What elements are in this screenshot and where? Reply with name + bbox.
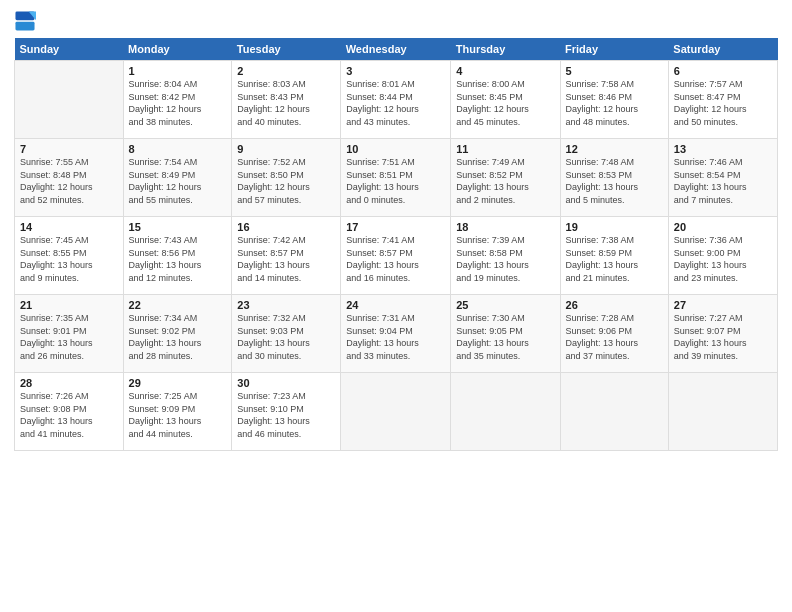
logo-icon xyxy=(14,10,36,32)
calendar-cell: 2Sunrise: 8:03 AMSunset: 8:43 PMDaylight… xyxy=(232,61,341,139)
day-info: Sunrise: 7:48 AMSunset: 8:53 PMDaylight:… xyxy=(566,156,663,206)
day-info: Sunrise: 7:27 AMSunset: 9:07 PMDaylight:… xyxy=(674,312,772,362)
day-info: Sunrise: 7:49 AMSunset: 8:52 PMDaylight:… xyxy=(456,156,554,206)
day-info: Sunrise: 8:04 AMSunset: 8:42 PMDaylight:… xyxy=(129,78,227,128)
calendar-cell: 4Sunrise: 8:00 AMSunset: 8:45 PMDaylight… xyxy=(451,61,560,139)
day-number: 13 xyxy=(674,143,772,155)
day-info: Sunrise: 7:38 AMSunset: 8:59 PMDaylight:… xyxy=(566,234,663,284)
calendar-cell xyxy=(668,373,777,451)
day-number: 29 xyxy=(129,377,227,389)
day-number: 10 xyxy=(346,143,445,155)
calendar-cell: 24Sunrise: 7:31 AMSunset: 9:04 PMDayligh… xyxy=(341,295,451,373)
day-info: Sunrise: 7:25 AMSunset: 9:09 PMDaylight:… xyxy=(129,390,227,440)
calendar-body: 1Sunrise: 8:04 AMSunset: 8:42 PMDaylight… xyxy=(15,61,778,451)
calendar-cell xyxy=(15,61,124,139)
calendar-cell: 6Sunrise: 7:57 AMSunset: 8:47 PMDaylight… xyxy=(668,61,777,139)
day-info: Sunrise: 7:42 AMSunset: 8:57 PMDaylight:… xyxy=(237,234,335,284)
day-number: 16 xyxy=(237,221,335,233)
day-number: 19 xyxy=(566,221,663,233)
svg-rect-1 xyxy=(15,22,34,31)
calendar-week-4: 21Sunrise: 7:35 AMSunset: 9:01 PMDayligh… xyxy=(15,295,778,373)
day-number: 17 xyxy=(346,221,445,233)
calendar-cell: 8Sunrise: 7:54 AMSunset: 8:49 PMDaylight… xyxy=(123,139,232,217)
calendar-cell: 10Sunrise: 7:51 AMSunset: 8:51 PMDayligh… xyxy=(341,139,451,217)
calendar-cell: 16Sunrise: 7:42 AMSunset: 8:57 PMDayligh… xyxy=(232,217,341,295)
day-number: 12 xyxy=(566,143,663,155)
day-info: Sunrise: 7:46 AMSunset: 8:54 PMDaylight:… xyxy=(674,156,772,206)
day-info: Sunrise: 8:00 AMSunset: 8:45 PMDaylight:… xyxy=(456,78,554,128)
day-number: 27 xyxy=(674,299,772,311)
day-number: 3 xyxy=(346,65,445,77)
day-number: 7 xyxy=(20,143,118,155)
day-info: Sunrise: 7:34 AMSunset: 9:02 PMDaylight:… xyxy=(129,312,227,362)
day-info: Sunrise: 7:41 AMSunset: 8:57 PMDaylight:… xyxy=(346,234,445,284)
calendar-cell: 26Sunrise: 7:28 AMSunset: 9:06 PMDayligh… xyxy=(560,295,668,373)
day-number: 30 xyxy=(237,377,335,389)
day-info: Sunrise: 7:45 AMSunset: 8:55 PMDaylight:… xyxy=(20,234,118,284)
calendar-cell xyxy=(451,373,560,451)
day-number: 26 xyxy=(566,299,663,311)
weekday-header-row: SundayMondayTuesdayWednesdayThursdayFrid… xyxy=(15,38,778,61)
calendar-cell: 9Sunrise: 7:52 AMSunset: 8:50 PMDaylight… xyxy=(232,139,341,217)
calendar-cell xyxy=(341,373,451,451)
calendar-cell: 15Sunrise: 7:43 AMSunset: 8:56 PMDayligh… xyxy=(123,217,232,295)
calendar-cell: 19Sunrise: 7:38 AMSunset: 8:59 PMDayligh… xyxy=(560,217,668,295)
day-number: 28 xyxy=(20,377,118,389)
day-number: 20 xyxy=(674,221,772,233)
day-info: Sunrise: 7:55 AMSunset: 8:48 PMDaylight:… xyxy=(20,156,118,206)
day-info: Sunrise: 7:36 AMSunset: 9:00 PMDaylight:… xyxy=(674,234,772,284)
day-number: 18 xyxy=(456,221,554,233)
calendar-cell: 29Sunrise: 7:25 AMSunset: 9:09 PMDayligh… xyxy=(123,373,232,451)
logo xyxy=(14,10,38,32)
day-number: 8 xyxy=(129,143,227,155)
day-number: 2 xyxy=(237,65,335,77)
calendar-cell xyxy=(560,373,668,451)
calendar-cell: 3Sunrise: 8:01 AMSunset: 8:44 PMDaylight… xyxy=(341,61,451,139)
day-info: Sunrise: 7:31 AMSunset: 9:04 PMDaylight:… xyxy=(346,312,445,362)
weekday-header-friday: Friday xyxy=(560,38,668,61)
calendar-cell: 1Sunrise: 8:04 AMSunset: 8:42 PMDaylight… xyxy=(123,61,232,139)
day-info: Sunrise: 7:30 AMSunset: 9:05 PMDaylight:… xyxy=(456,312,554,362)
day-info: Sunrise: 7:26 AMSunset: 9:08 PMDaylight:… xyxy=(20,390,118,440)
day-number: 25 xyxy=(456,299,554,311)
day-number: 21 xyxy=(20,299,118,311)
day-info: Sunrise: 7:39 AMSunset: 8:58 PMDaylight:… xyxy=(456,234,554,284)
day-number: 24 xyxy=(346,299,445,311)
calendar-cell: 18Sunrise: 7:39 AMSunset: 8:58 PMDayligh… xyxy=(451,217,560,295)
calendar-week-5: 28Sunrise: 7:26 AMSunset: 9:08 PMDayligh… xyxy=(15,373,778,451)
calendar-week-1: 1Sunrise: 8:04 AMSunset: 8:42 PMDaylight… xyxy=(15,61,778,139)
day-info: Sunrise: 7:43 AMSunset: 8:56 PMDaylight:… xyxy=(129,234,227,284)
calendar-cell: 17Sunrise: 7:41 AMSunset: 8:57 PMDayligh… xyxy=(341,217,451,295)
day-number: 15 xyxy=(129,221,227,233)
day-number: 4 xyxy=(456,65,554,77)
calendar-cell: 13Sunrise: 7:46 AMSunset: 8:54 PMDayligh… xyxy=(668,139,777,217)
weekday-header-saturday: Saturday xyxy=(668,38,777,61)
day-number: 1 xyxy=(129,65,227,77)
calendar-cell: 22Sunrise: 7:34 AMSunset: 9:02 PMDayligh… xyxy=(123,295,232,373)
day-number: 22 xyxy=(129,299,227,311)
weekday-header-sunday: Sunday xyxy=(15,38,124,61)
header xyxy=(14,10,778,32)
calendar-header: SundayMondayTuesdayWednesdayThursdayFrid… xyxy=(15,38,778,61)
weekday-header-wednesday: Wednesday xyxy=(341,38,451,61)
day-info: Sunrise: 8:01 AMSunset: 8:44 PMDaylight:… xyxy=(346,78,445,128)
calendar-cell: 30Sunrise: 7:23 AMSunset: 9:10 PMDayligh… xyxy=(232,373,341,451)
calendar-cell: 25Sunrise: 7:30 AMSunset: 9:05 PMDayligh… xyxy=(451,295,560,373)
day-number: 9 xyxy=(237,143,335,155)
day-number: 6 xyxy=(674,65,772,77)
day-number: 11 xyxy=(456,143,554,155)
weekday-header-thursday: Thursday xyxy=(451,38,560,61)
calendar-week-3: 14Sunrise: 7:45 AMSunset: 8:55 PMDayligh… xyxy=(15,217,778,295)
calendar-cell: 5Sunrise: 7:58 AMSunset: 8:46 PMDaylight… xyxy=(560,61,668,139)
calendar-cell: 12Sunrise: 7:48 AMSunset: 8:53 PMDayligh… xyxy=(560,139,668,217)
day-info: Sunrise: 7:54 AMSunset: 8:49 PMDaylight:… xyxy=(129,156,227,206)
day-info: Sunrise: 7:58 AMSunset: 8:46 PMDaylight:… xyxy=(566,78,663,128)
calendar-cell: 23Sunrise: 7:32 AMSunset: 9:03 PMDayligh… xyxy=(232,295,341,373)
day-info: Sunrise: 7:28 AMSunset: 9:06 PMDaylight:… xyxy=(566,312,663,362)
day-info: Sunrise: 7:23 AMSunset: 9:10 PMDaylight:… xyxy=(237,390,335,440)
day-info: Sunrise: 7:35 AMSunset: 9:01 PMDaylight:… xyxy=(20,312,118,362)
calendar-week-2: 7Sunrise: 7:55 AMSunset: 8:48 PMDaylight… xyxy=(15,139,778,217)
calendar-cell: 27Sunrise: 7:27 AMSunset: 9:07 PMDayligh… xyxy=(668,295,777,373)
calendar-table: SundayMondayTuesdayWednesdayThursdayFrid… xyxy=(14,38,778,451)
day-info: Sunrise: 7:52 AMSunset: 8:50 PMDaylight:… xyxy=(237,156,335,206)
